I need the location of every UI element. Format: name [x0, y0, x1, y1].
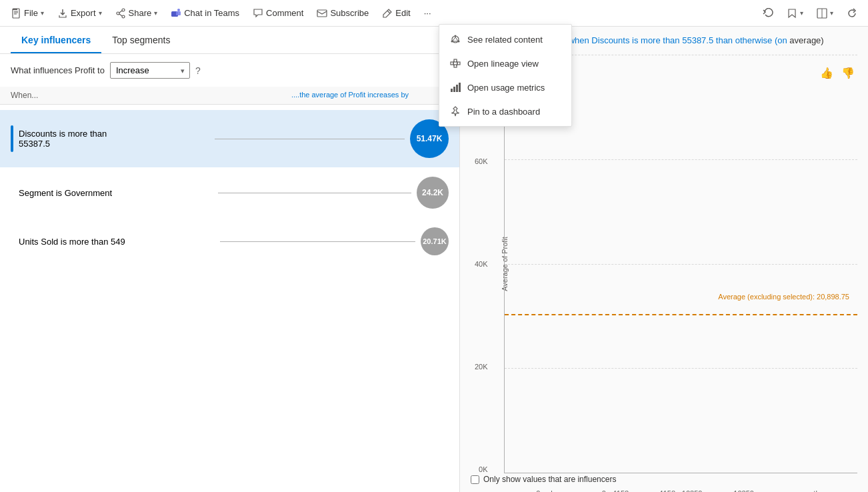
svg-rect-26 — [454, 65, 457, 67]
refresh-icon — [847, 8, 857, 19]
svg-line-29 — [453, 63, 454, 66]
export-label: Export — [71, 8, 96, 18]
file-label: File — [24, 8, 38, 18]
column-headers: When... ....the average of Profit increa… — [0, 87, 459, 105]
bookmark-button[interactable]: ▾ — [781, 5, 809, 21]
subscribe-icon — [317, 8, 327, 19]
filter-row: What influences Profit to Increase Decre… — [0, 54, 459, 87]
comment-icon — [253, 8, 263, 19]
comment-button[interactable]: Comment — [247, 5, 309, 21]
svg-rect-27 — [457, 62, 460, 65]
influencer-row-2[interactable]: Segment is Government 24.2K — [0, 167, 459, 218]
svg-line-21 — [455, 37, 458, 41]
view-chevron: ▾ — [830, 9, 833, 17]
dropdown-label-metrics: Open usage metrics — [467, 83, 545, 93]
dropdown-item-pin[interactable]: Pin to a dashboard — [439, 99, 571, 123]
x-label-4: 10350 -55387.5 — [713, 489, 779, 492]
influencer-bubble-2: 24.2K — [417, 177, 449, 209]
svg-line-31 — [457, 63, 457, 66]
average-line — [505, 314, 857, 315]
edit-button[interactable]: Edit — [377, 5, 415, 21]
view-button[interactable]: ▾ — [811, 5, 839, 21]
dropdown-item-related[interactable]: See related content — [439, 27, 571, 51]
svg-rect-25 — [454, 59, 457, 62]
share-chevron: ▾ — [154, 9, 157, 17]
help-icon[interactable]: ? — [195, 65, 201, 76]
svg-rect-24 — [451, 62, 453, 65]
view-icon — [817, 8, 827, 19]
subscribe-label: Subscribe — [330, 8, 369, 18]
y-tick-40k: 40K — [475, 260, 488, 268]
bookmark-chevron: ▾ — [800, 9, 803, 17]
svg-line-28 — [453, 61, 454, 63]
col-when-header: When... — [11, 91, 291, 100]
dropdown-label-pin: Pin to a dashboard — [467, 107, 540, 117]
edit-icon — [382, 8, 393, 19]
pin-icon — [450, 106, 461, 117]
left-panel: Key influencers Top segments What influe… — [0, 27, 460, 492]
svg-rect-12 — [176, 11, 181, 15]
lineage-icon — [450, 58, 461, 69]
x-label-1: 0 or less — [517, 489, 583, 492]
influencer-row-3[interactable]: Units Sold is more than 549 20.71K — [0, 218, 459, 265]
dropdown-item-metrics[interactable]: Open usage metrics — [439, 75, 571, 99]
svg-point-11 — [177, 9, 180, 11]
y-tick-20k: 20K — [475, 363, 488, 371]
filter-label: What influences Profit to — [11, 65, 105, 75]
comment-label: Comment — [266, 8, 303, 18]
tab-key-influencers[interactable]: Key influencers — [11, 27, 101, 53]
svg-line-9 — [119, 14, 122, 16]
edit-label: Edit — [395, 8, 410, 18]
svg-point-18 — [455, 35, 457, 37]
file-icon — [11, 8, 21, 19]
svg-rect-13 — [317, 10, 327, 17]
x-label-5: more than55387.5 — [779, 489, 844, 492]
svg-rect-32 — [451, 89, 453, 92]
svg-line-14 — [387, 11, 390, 13]
more-label: ··· — [424, 8, 431, 18]
svg-point-7 — [117, 12, 119, 15]
export-chevron: ▾ — [99, 9, 102, 17]
x-label-2: 0 - 4158 — [583, 489, 648, 492]
influencer-checkbox[interactable] — [471, 475, 479, 484]
filter-select[interactable]: Increase Decrease — [110, 62, 190, 79]
line-2 — [218, 193, 412, 193]
svg-point-20 — [451, 41, 453, 43]
chat-in-teams-label: Chat in Teams — [184, 8, 239, 18]
dropdown-item-lineage[interactable]: Open lineage view — [439, 51, 571, 75]
influencer-label-2: Segment is Government — [19, 188, 213, 198]
toolbar: File ▾ Export ▾ Share ▾ Chat in Teams Co… — [0, 0, 868, 27]
checkbox-row: Only show values that are influencers — [471, 475, 857, 484]
col-avg-header: ....the average of Profit increases by — [291, 91, 449, 100]
line-1 — [215, 139, 405, 139]
svg-point-6 — [122, 15, 125, 18]
file-chevron: ▾ — [41, 9, 44, 17]
y-tick-0k: 0K — [479, 465, 487, 473]
subscribe-button[interactable]: Subscribe — [311, 5, 374, 21]
y-tick-60k: 60K — [475, 157, 488, 165]
main-content: Key influencers Top segments What influe… — [0, 27, 868, 492]
share-button[interactable]: Share ▾ — [110, 5, 163, 21]
influencer-label-1: Discounts is more than55387.5 — [19, 129, 209, 149]
svg-rect-1 — [13, 9, 19, 18]
svg-rect-35 — [459, 83, 461, 92]
chat-in-teams-button[interactable]: Chat in Teams — [165, 5, 245, 21]
accent-bar-1 — [11, 125, 13, 152]
undo-button[interactable] — [757, 5, 779, 21]
file-button[interactable]: File ▾ — [5, 5, 49, 21]
export-button[interactable]: Export ▾ — [52, 5, 107, 21]
line-3 — [220, 241, 416, 242]
filter-select-wrapper: Increase Decrease — [110, 62, 190, 79]
checkbox-label: Only show values that are influencers — [483, 475, 616, 484]
more-button[interactable]: ··· — [419, 5, 437, 21]
tab-top-segments[interactable]: Top segments — [101, 27, 181, 53]
svg-line-22 — [453, 37, 456, 41]
dropdown-label-related: See related content — [467, 35, 543, 45]
influencer-label-3: Units Sold is more than 549 — [19, 237, 215, 247]
svg-point-5 — [122, 9, 125, 11]
influencer-row-1[interactable]: Discounts is more than55387.5 51.47K — [0, 110, 459, 167]
svg-rect-34 — [456, 85, 458, 92]
svg-rect-33 — [453, 87, 455, 92]
refresh-button[interactable] — [841, 5, 863, 21]
svg-line-8 — [119, 11, 122, 13]
